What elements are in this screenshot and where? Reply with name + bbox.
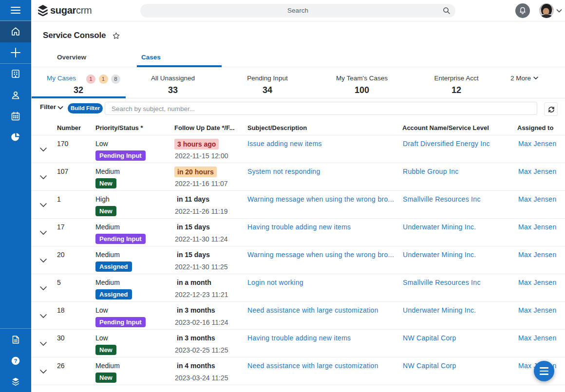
svg-text:?: ? (14, 358, 18, 364)
